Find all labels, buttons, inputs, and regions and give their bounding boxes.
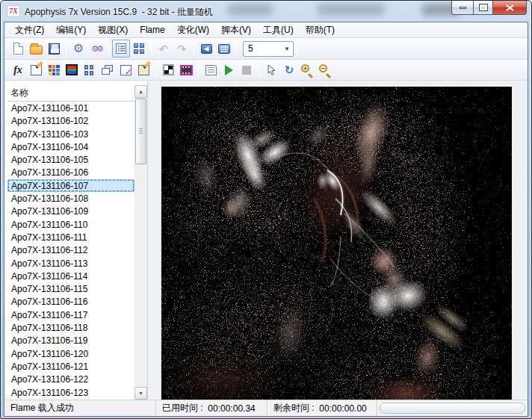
toolbar-separator xyxy=(155,63,156,78)
main-area: 名称 Apo7X-131106-101Apo7X-131106-102Apo7X… xyxy=(4,81,528,400)
gear-icon: ⚙ xyxy=(73,43,84,55)
list-item[interactable]: Apo7X-131106-111 xyxy=(7,231,134,243)
redo-button[interactable]: ↷ xyxy=(173,40,191,58)
minimize-icon xyxy=(460,7,466,9)
elapsed-value: 00:00:00.34 xyxy=(208,403,255,414)
list-header: 名称 xyxy=(7,85,134,102)
render-button[interactable] xyxy=(159,61,177,79)
menu-item[interactable]: 变化(W) xyxy=(171,22,215,38)
menu-item[interactable]: 文件(Z) xyxy=(9,22,50,38)
scroll-up-button[interactable]: ▲ xyxy=(134,85,147,98)
list-item[interactable]: Apo7X-131106-122 xyxy=(7,373,134,385)
zoom-out-button[interactable] xyxy=(316,61,334,79)
density-dropdown[interactable]: 5 ▼ xyxy=(243,41,294,57)
preview-area xyxy=(161,81,528,400)
render-all-button[interactable] xyxy=(177,61,195,79)
adjust-button[interactable] xyxy=(45,61,63,79)
red-check-icon: ✓ xyxy=(125,67,132,77)
menu-item[interactable]: 编辑(Y) xyxy=(50,22,92,38)
list-item[interactable]: Apo7X-131106-123 xyxy=(7,386,134,399)
mutation-button[interactable] xyxy=(81,61,99,79)
glass-reflection xyxy=(228,4,273,16)
minimize-button[interactable] xyxy=(451,1,473,15)
options-button[interactable]: ⚙⚙ xyxy=(87,40,105,58)
menu-item[interactable]: 视图(X) xyxy=(92,22,134,38)
save-floppy-icon xyxy=(49,43,60,55)
new-document-icon xyxy=(13,43,23,55)
save-button[interactable] xyxy=(45,40,63,58)
gears-icon: ⚙⚙ xyxy=(91,45,102,53)
editor-button[interactable] xyxy=(27,61,45,79)
list-item[interactable]: Apo7X-131106-115 xyxy=(7,282,134,295)
chevron-down-icon: ▼ xyxy=(284,46,290,52)
glass-reflection xyxy=(318,4,385,16)
list-scrollbar[interactable]: ▲ ▼ xyxy=(134,85,147,400)
list-item[interactable]: Apo7X-131106-113 xyxy=(7,257,134,270)
list-item[interactable]: Apo7X-131106-107 xyxy=(7,179,134,192)
start-batch-button[interactable] xyxy=(220,61,238,79)
regenerate-button[interactable]: ↻ xyxy=(280,61,298,79)
list-item[interactable]: Apo7X-131106-117 xyxy=(7,308,134,321)
gradient-button[interactable] xyxy=(63,61,81,79)
progress-bar xyxy=(380,403,525,414)
gradient-icon xyxy=(66,64,78,75)
variation-editor-button[interactable]: fx xyxy=(9,61,27,79)
remaining-value: 00:00:00.00 xyxy=(319,403,366,414)
scroll-down-button[interactable]: ▼ xyxy=(134,387,147,400)
list-item[interactable]: Apo7X-131106-104 xyxy=(7,140,134,153)
duplicate-button[interactable] xyxy=(99,61,117,79)
list-item[interactable]: Apo7X-131106-114 xyxy=(7,270,134,282)
layers-icon xyxy=(102,65,114,75)
toolbar-separator xyxy=(236,41,237,56)
open-button[interactable] xyxy=(27,40,45,58)
zoom-out-icon xyxy=(318,63,332,77)
title-bar[interactable]: 7X Apophysis 7x Version 15C.9 - 32 bit -… xyxy=(4,1,528,22)
new-flame-button[interactable] xyxy=(9,40,27,58)
list-item[interactable]: Apo7X-131106-108 xyxy=(7,192,134,205)
status-bar: Flame 载入成功 已用时间 : 00:00:00.34 剩余时间 : 00:… xyxy=(4,400,528,416)
menu-item[interactable]: 脚本(V) xyxy=(215,22,257,38)
elapsed-label: 已用时间 : xyxy=(162,402,208,415)
play-icon xyxy=(225,65,233,75)
previous-flame-button[interactable]: ◀ xyxy=(197,40,215,58)
thumbnail-view-toggle[interactable] xyxy=(130,40,148,58)
edit-pad-icon xyxy=(31,65,42,75)
list-item[interactable]: Apo7X-131106-109 xyxy=(7,205,134,217)
edit-toolbar: fx ✓ ↻ xyxy=(4,60,528,81)
menu-item[interactable]: 工具(U) xyxy=(257,22,300,38)
zoom-in-button[interactable] xyxy=(298,61,316,79)
list-item[interactable]: Apo7X-131106-103 xyxy=(7,128,134,140)
fullscreen-button[interactable] xyxy=(215,40,233,58)
list-item[interactable]: Apo7X-131106-118 xyxy=(7,321,134,334)
toolbar-separator xyxy=(66,41,66,56)
undo-button[interactable]: ↶ xyxy=(155,40,173,58)
log-button[interactable] xyxy=(202,61,220,79)
script-editor-button[interactable] xyxy=(134,61,152,79)
list-item[interactable]: Apo7X-131106-106 xyxy=(7,166,134,179)
stop-batch-button[interactable] xyxy=(238,61,256,79)
script-run-button[interactable]: ✓ xyxy=(117,61,134,79)
list-item[interactable]: Apo7X-131106-105 xyxy=(7,153,134,166)
menu-bar: 文件(Z)编辑(Y)视图(X)Flame变化(W)脚本(V)工具(U)帮助(T) xyxy=(4,22,528,38)
list-item[interactable]: Apo7X-131106-116 xyxy=(7,295,134,308)
menu-item[interactable]: Flame xyxy=(134,23,170,37)
close-button[interactable] xyxy=(493,1,527,15)
palette-icon xyxy=(49,65,60,75)
list-item[interactable]: Apo7X-131106-119 xyxy=(7,334,134,347)
maximize-button[interactable] xyxy=(473,1,493,15)
select-mode-button[interactable] xyxy=(262,61,280,79)
toolbar-separator xyxy=(151,41,152,56)
list-view-icon xyxy=(116,43,126,54)
list-item[interactable]: Apo7X-131106-112 xyxy=(7,243,134,256)
panel-splitter[interactable] xyxy=(148,81,161,400)
settings-button[interactable]: ⚙ xyxy=(69,40,87,58)
list-item[interactable]: Apo7X-131106-101 xyxy=(7,102,134,114)
list-view-toggle[interactable] xyxy=(112,40,130,58)
scrollbar-thumb[interactable] xyxy=(135,99,146,164)
list-item[interactable]: Apo7X-131106-110 xyxy=(7,218,134,231)
list-item[interactable]: Apo7X-131106-120 xyxy=(7,347,134,360)
list-item[interactable]: Apo7X-131106-102 xyxy=(7,114,134,127)
menu-item[interactable]: 帮助(T) xyxy=(300,22,341,38)
flame-list-panel: 名称 Apo7X-131106-101Apo7X-131106-102Apo7X… xyxy=(4,81,148,400)
list-item[interactable]: Apo7X-131106-121 xyxy=(7,360,134,373)
